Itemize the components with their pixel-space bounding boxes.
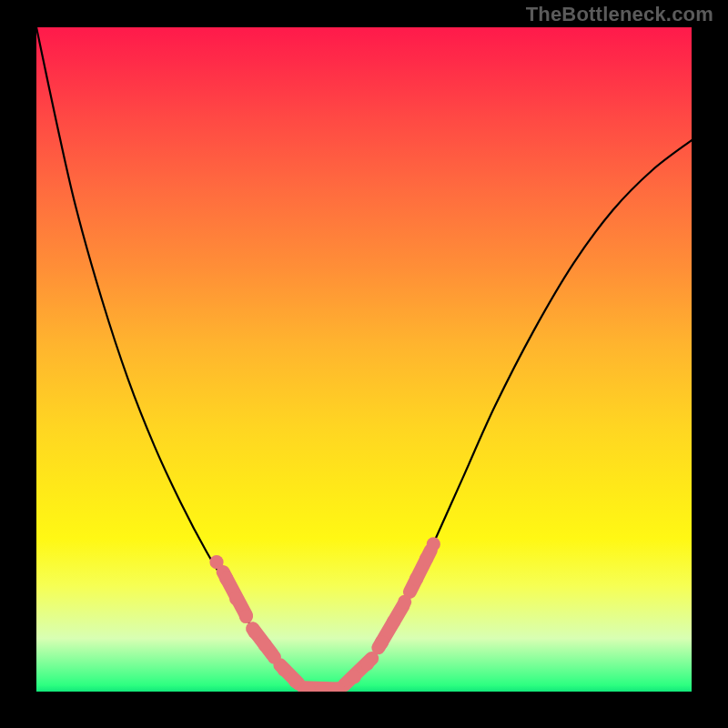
bead-dot: [209, 555, 223, 569]
bead-dot: [239, 610, 253, 623]
plot-area: [36, 27, 692, 692]
bead-dot: [360, 657, 374, 671]
bead-dot: [427, 537, 440, 551]
bead-dot: [398, 595, 411, 609]
bottleneck-curve: [36, 27, 692, 692]
bead-dot: [229, 592, 243, 605]
bead-dot: [268, 650, 281, 663]
bead-dot: [258, 638, 272, 652]
bead-dot: [248, 625, 261, 639]
bead-dot: [348, 670, 361, 683]
watermark-label: TheBottleneck.com: [526, 3, 713, 26]
bead-dot: [278, 662, 291, 676]
curve-svg: [36, 27, 692, 692]
bead-dot: [387, 615, 400, 629]
bead-dot: [288, 674, 302, 688]
bead-dot: [219, 571, 233, 585]
bead-dot: [420, 551, 433, 565]
chart-stage: TheBottleneck.com: [0, 0, 728, 728]
bead-dot: [410, 571, 423, 585]
bead-dot: [375, 635, 389, 649]
